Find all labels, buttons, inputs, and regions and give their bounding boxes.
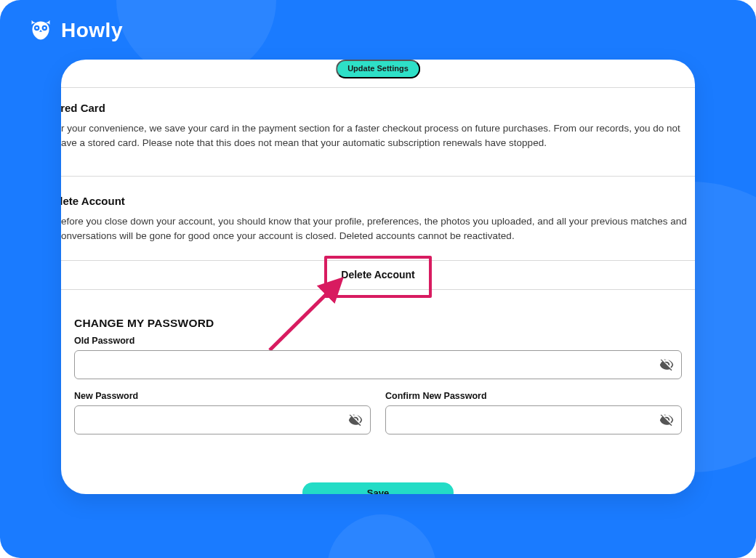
change-password-section: CHANGE MY PASSWORD Old Password New Pass…: [74, 317, 682, 434]
change-password-title: CHANGE MY PASSWORD: [74, 317, 682, 330]
old-password-field: [74, 350, 682, 379]
delete-account-section: elete Account efore you close down your …: [61, 195, 695, 243]
decorative-blob: [327, 514, 436, 558]
brand-logo: Howly: [28, 19, 123, 42]
save-button[interactable]: Save: [302, 482, 454, 494]
stored-card-heading: ored Card: [61, 102, 688, 114]
stored-card-body: r your convenience, we save your card in…: [61, 121, 688, 150]
old-password-label: Old Password: [74, 336, 682, 346]
divider: [61, 289, 695, 290]
delete-account-row: Delete Account: [61, 260, 695, 289]
toggle-visibility-icon[interactable]: [347, 412, 363, 428]
delete-account-heading: elete Account: [61, 195, 689, 207]
update-settings-button[interactable]: Update Settings: [336, 60, 420, 78]
stored-card-section: ored Card r your convenience, we save yo…: [61, 102, 695, 150]
old-password-input[interactable]: [74, 350, 682, 379]
toggle-visibility-icon[interactable]: [659, 412, 675, 428]
settings-card: Update Settings ored Card r your conveni…: [61, 60, 695, 494]
confirm-password-field: [385, 405, 682, 434]
svg-point-3: [44, 27, 46, 29]
delete-account-button[interactable]: Delete Account: [334, 264, 422, 285]
divider: [61, 176, 695, 177]
page-frame: Howly Update Settings ored Card r your c…: [0, 0, 756, 558]
owl-icon: [28, 19, 54, 42]
confirm-password-input[interactable]: [385, 405, 682, 434]
save-row: Save: [61, 465, 695, 494]
divider: [61, 87, 695, 88]
toggle-visibility-icon[interactable]: [659, 357, 675, 373]
new-password-input[interactable]: [74, 405, 371, 434]
new-password-label: New Password: [74, 391, 371, 401]
confirm-password-label: Confirm New Password: [385, 391, 682, 401]
brand-name: Howly: [61, 19, 123, 42]
delete-account-body: efore you close down your account, you s…: [61, 214, 689, 243]
svg-point-2: [36, 27, 38, 29]
new-password-field: [74, 405, 371, 434]
